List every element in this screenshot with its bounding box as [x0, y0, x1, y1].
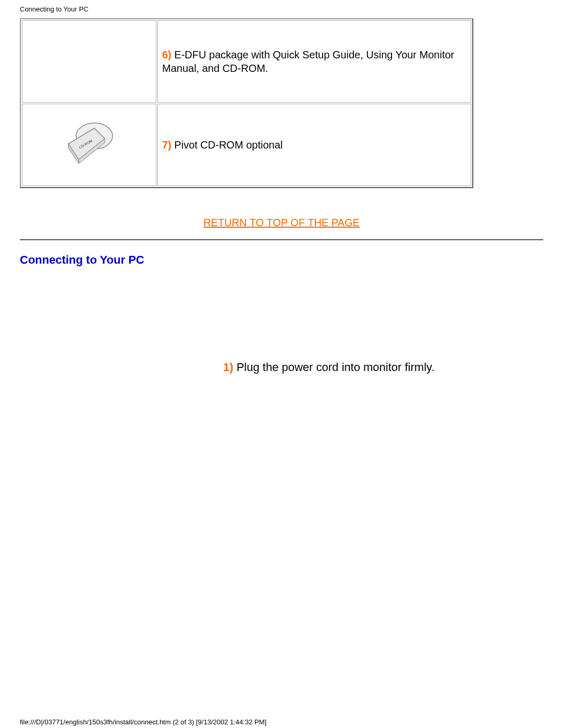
instruction-text-1: Plug the power cord into monitor firmly.	[234, 361, 435, 374]
text-cell-6: 6) E-DFU package with Quick Setup Guide,…	[157, 20, 471, 103]
table-row: 6) E-DFU package with Quick Setup Guide,…	[22, 20, 471, 103]
text-cell-7: 7) Pivot CD-ROM optional	[157, 104, 471, 186]
section-divider	[20, 239, 543, 240]
page-footer: file:///D|/03771/english/150s3fh/install…	[0, 713, 563, 728]
step-number-6: 6)	[162, 49, 172, 60]
step-number-7: 7)	[162, 139, 172, 151]
cdrom-icon: CD-ROM	[58, 118, 120, 170]
accessory-table: 6) E-DFU package with Quick Setup Guide,…	[20, 18, 473, 188]
step-text-7: Pivot CD-ROM optional	[172, 139, 283, 151]
section-heading: Connecting to Your PC	[20, 253, 543, 267]
step-text-6: E-DFU package with Quick Setup Guide, Us…	[162, 49, 454, 74]
step-number-1: 1)	[223, 361, 234, 374]
icon-cell-6	[22, 20, 156, 103]
page-header-title: Connecting to Your PC	[0, 0, 563, 18]
return-to-top-link[interactable]: RETURN TO TOP OF THE PAGE	[20, 217, 543, 229]
table-row: CD-ROM 7) Pivot CD-ROM optional	[22, 104, 471, 186]
main-content: 6) E-DFU package with Quick Setup Guide,…	[0, 18, 563, 374]
icon-cell-7: CD-ROM	[22, 104, 156, 186]
instruction-step-1: 1) Plug the power cord into monitor firm…	[223, 361, 543, 374]
